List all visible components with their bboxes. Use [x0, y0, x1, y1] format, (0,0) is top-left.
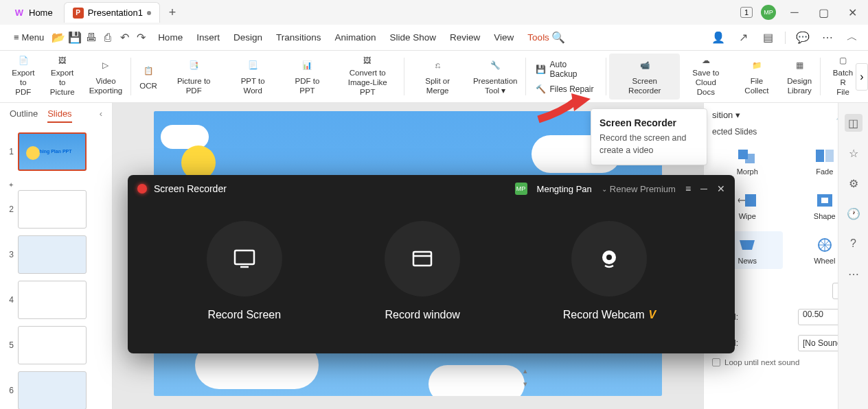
- renew-premium-button[interactable]: ⌄ Renew Premium: [602, 184, 676, 194]
- document-tab[interactable]: P Presentation1: [64, 2, 160, 23]
- user-icon[interactable]: 👤: [711, 30, 726, 45]
- screen-recorder-button[interactable]: 📹 Screen Recorder: [609, 54, 680, 100]
- tab-slideshow[interactable]: Slide Show: [390, 27, 437, 48]
- minimize-button[interactable]: ─: [784, 2, 805, 23]
- svg-point-13: [606, 255, 612, 260]
- recorder-menu-icon[interactable]: ≡: [685, 183, 691, 194]
- record-webcam-option[interactable]: Record Webcam V: [563, 221, 656, 321]
- tab-animation[interactable]: Animation: [334, 27, 376, 48]
- home-tab[interactable]: W Home: [5, 2, 61, 23]
- split-icon: ⎌: [429, 58, 446, 74]
- slide-item-4[interactable]: 4: [4, 281, 108, 319]
- presentation-tool-button[interactable]: 🔧 PresentationTool ▾: [468, 54, 523, 100]
- sidetool-history[interactable]: 🕐: [845, 204, 863, 222]
- record-window-option[interactable]: Record window: [385, 221, 460, 321]
- export-picture-button[interactable]: 🖼 Export toPicture: [41, 54, 84, 100]
- loop-label: Loop until next sound: [724, 358, 799, 366]
- transition-morph[interactable]: Morph: [712, 142, 783, 180]
- print-icon[interactable]: 🖶: [84, 30, 99, 45]
- shape-icon: [812, 191, 837, 210]
- export-picture-label: Export toPicture: [47, 68, 78, 97]
- open-icon[interactable]: 📂: [51, 30, 66, 45]
- ppt-to-word-button[interactable]: 📃 PPT to Word: [225, 54, 281, 100]
- slides-tab[interactable]: Slides: [47, 108, 71, 123]
- recorder-title: Screen Recorder: [154, 183, 227, 194]
- clipboard-icon[interactable]: ▤: [760, 30, 775, 45]
- screen-recorder-label: Screen Recorder: [615, 76, 674, 96]
- tab-tools[interactable]: Tools: [527, 27, 549, 48]
- sidetool-help[interactable]: ?: [845, 235, 863, 253]
- tab-design[interactable]: Design: [233, 27, 262, 48]
- wheel-icon: [812, 235, 837, 255]
- ribbon-next-button[interactable]: ›: [856, 63, 868, 91]
- maximize-button[interactable]: ▢: [813, 2, 834, 23]
- convert-image-button[interactable]: 🖼 Convert toImage-Like PPT: [334, 54, 401, 100]
- slide-item-6[interactable]: 6: [4, 371, 108, 409]
- ppt-to-word-label: PPT to Word: [231, 76, 275, 96]
- ppt-icon: P: [73, 8, 84, 19]
- sidetool-more[interactable]: ⋯: [845, 265, 863, 283]
- share-icon[interactable]: ↗: [735, 30, 751, 45]
- picture-to-pdf-button[interactable]: 📑 Picture to PDF: [163, 54, 225, 100]
- tab-view[interactable]: View: [494, 27, 514, 48]
- sidetool-star[interactable]: ☆: [845, 144, 863, 162]
- add-tab-button[interactable]: +: [163, 3, 182, 22]
- collapse-ribbon-icon[interactable]: ︿: [845, 30, 860, 45]
- tab-transitions[interactable]: Transitions: [276, 27, 321, 48]
- video-exporting-button[interactable]: ▷ VideoExporting: [84, 54, 128, 100]
- nav-down-icon[interactable]: ▾: [523, 379, 527, 388]
- tab-insert[interactable]: Insert: [196, 27, 220, 48]
- news-icon: [735, 235, 760, 255]
- hamburger-icon: ≡: [14, 32, 19, 43]
- save-cloud-button[interactable]: ☁ Save toCloud Docs: [680, 54, 731, 100]
- undo-icon[interactable]: ↶: [117, 30, 132, 45]
- ocr-button[interactable]: 📋 OCR: [134, 54, 163, 100]
- sidetool-settings[interactable]: ⚙: [845, 174, 863, 192]
- design-library-button[interactable]: ▦ DesignLibrary: [781, 54, 817, 100]
- close-button[interactable]: ✕: [842, 2, 863, 23]
- save-icon[interactable]: 💾: [67, 30, 82, 45]
- recorder-header[interactable]: Screen Recorder MP Mengting Pan ⌄ Renew …: [128, 175, 735, 202]
- slide-item-1[interactable]: 1 Teaching Plan PPT: [4, 132, 108, 171]
- menu-button[interactable]: ≡ Menu: [8, 30, 49, 45]
- recorder-close[interactable]: ✕: [717, 183, 725, 194]
- webcam-icon: [597, 246, 621, 271]
- backup-icon: 💾: [536, 65, 546, 74]
- sidetool-object[interactable]: ◫: [845, 114, 863, 132]
- transition-dropdown[interactable]: sition ▾: [712, 110, 740, 120]
- slide-item-5[interactable]: 5: [4, 326, 108, 364]
- cloud-shape: [429, 365, 525, 396]
- recorder-icon: 📹: [637, 58, 653, 74]
- loop-checkbox[interactable]: [712, 358, 720, 366]
- slide-item-3[interactable]: 3: [4, 235, 108, 274]
- side-toolbar: ◫ ☆ ⚙ 🕐 ? ⋯: [838, 103, 868, 409]
- tab-review[interactable]: Review: [450, 27, 480, 48]
- nav-up-icon[interactable]: ▴: [523, 366, 527, 375]
- picture-to-pdf-label: Picture to PDF: [168, 76, 220, 96]
- auto-backup-button[interactable]: 💾 Auto Backup: [533, 58, 599, 80]
- split-merge-label: Split or Merge: [413, 76, 461, 96]
- tab-home[interactable]: Home: [158, 27, 183, 48]
- batch-label: Batch RFile: [829, 68, 857, 97]
- record-dot-icon: [137, 184, 147, 194]
- pdf-to-ppt-button[interactable]: 📊 PDF to PPT: [281, 54, 334, 100]
- comment-icon[interactable]: 💬: [795, 30, 810, 45]
- red-arrow-annotation: [537, 91, 592, 125]
- avatar[interactable]: MP: [761, 5, 776, 20]
- slide-item-2[interactable]: 2: [4, 190, 108, 229]
- outline-tab[interactable]: Outline: [10, 108, 38, 123]
- presentation-tool-label: PresentationTool ▾: [473, 76, 518, 96]
- recorder-minimize[interactable]: ─: [700, 183, 707, 194]
- file-collect-button[interactable]: 📁 File Collect: [732, 54, 782, 100]
- more-icon[interactable]: ⋯: [820, 30, 835, 45]
- search-icon[interactable]: 🔍: [551, 30, 566, 45]
- preview-icon[interactable]: ⎙: [100, 30, 115, 45]
- redo-icon[interactable]: ↷: [133, 30, 148, 45]
- export-pdf-button[interactable]: 📄 Exportto PDF: [5, 54, 41, 100]
- modified-dot-icon: [147, 11, 151, 15]
- library-icon: ▦: [791, 58, 808, 74]
- collapse-panel-icon[interactable]: ‹: [100, 108, 102, 123]
- record-screen-option[interactable]: Record Screen: [207, 221, 282, 321]
- split-merge-button[interactable]: ⎌ Split or Merge: [407, 54, 467, 100]
- animation-icon: ✦: [8, 181, 14, 189]
